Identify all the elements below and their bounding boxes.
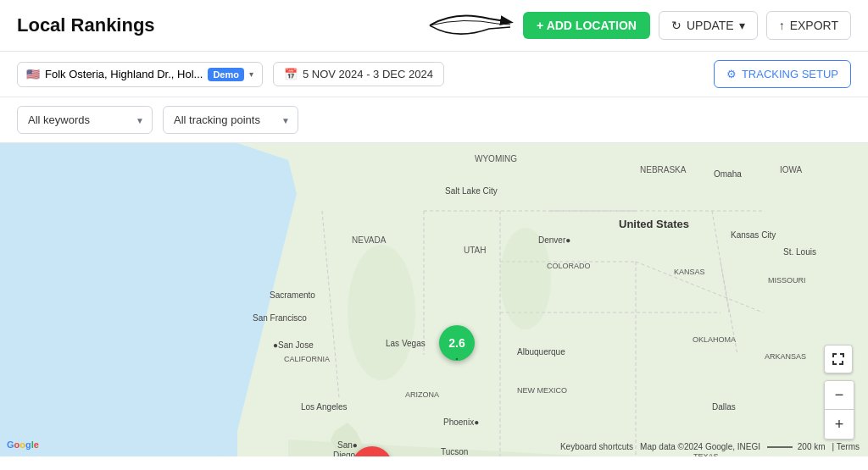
svg-text:ARIZONA: ARIZONA bbox=[405, 390, 439, 399]
svg-text:Phoenix●: Phoenix● bbox=[443, 417, 479, 427]
calendar-icon: 📅 bbox=[284, 68, 298, 80]
svg-text:Denver●: Denver● bbox=[538, 235, 570, 245]
keywords-filter[interactable]: All keywords bbox=[17, 106, 153, 134]
toolbar: 🇺🇸 Folk Osteria, Highland Dr., Hol... De… bbox=[0, 52, 868, 97]
header-actions: + ADD LOCATION ↻ UPDATE ▾ ↑ EXPORT bbox=[430, 10, 851, 41]
svg-point-14 bbox=[348, 245, 415, 380]
flag-icon: 🇺🇸 bbox=[26, 68, 40, 80]
svg-text:Sacramento: Sacramento bbox=[270, 290, 315, 300]
svg-text:NEVADA: NEVADA bbox=[352, 235, 387, 245]
map-data-attribution: Map data ©2024 Google, INEGI bbox=[640, 442, 760, 451]
zoom-controls: − + bbox=[824, 380, 854, 440]
svg-text:OKLAHOMA: OKLAHOMA bbox=[693, 335, 736, 344]
page-title: Local Rankings bbox=[17, 14, 155, 36]
svg-text:IOWA: IOWA bbox=[780, 165, 803, 174]
svg-text:Los Angeles: Los Angeles bbox=[301, 402, 348, 412]
svg-text:Kansas City: Kansas City bbox=[731, 230, 776, 240]
date-range-text: 5 NOV 2024 - 3 DEC 2024 bbox=[303, 68, 433, 80]
add-location-button[interactable]: + ADD LOCATION bbox=[523, 12, 650, 39]
export-button[interactable]: ↑ EXPORT bbox=[766, 11, 851, 40]
scale-bar: 200 km bbox=[767, 442, 826, 451]
header: Local Rankings + ADD LOCATION ↻ UPDATE ▾… bbox=[0, 0, 868, 52]
export-icon: ↑ bbox=[779, 19, 785, 32]
keywords-filter-wrapper: All keywords bbox=[17, 106, 153, 134]
location-selector[interactable]: 🇺🇸 Folk Osteria, Highland Dr., Hol... De… bbox=[17, 62, 263, 87]
map-footer: Keyboard shortcuts Map data ©2024 Google… bbox=[552, 442, 868, 451]
pin-value-utah: 2.6 bbox=[448, 336, 465, 350]
svg-text:CALIFORNIA: CALIFORNIA bbox=[284, 355, 330, 363]
filters-bar: All keywords All tracking points bbox=[0, 97, 868, 143]
refresh-icon: ↻ bbox=[671, 19, 682, 32]
fullscreen-icon bbox=[832, 352, 845, 366]
svg-text:●San Jose: ●San Jose bbox=[273, 340, 314, 350]
location-name: Folk Osteria, Highland Dr., Hol... bbox=[45, 68, 203, 80]
svg-text:ARKANSAS: ARKANSAS bbox=[765, 352, 806, 361]
map-pin-utah[interactable]: 2.6 bbox=[439, 325, 475, 361]
update-button[interactable]: ↻ UPDATE ▾ bbox=[659, 11, 758, 40]
keyboard-shortcuts-link[interactable]: Keyboard shortcuts bbox=[560, 442, 633, 451]
svg-text:Salt Lake City: Salt Lake City bbox=[445, 186, 498, 196]
svg-text:Las Vegas: Las Vegas bbox=[386, 339, 426, 348]
svg-text:NEW MEXICO: NEW MEXICO bbox=[517, 386, 567, 395]
sliders-icon: ⚙ bbox=[726, 68, 737, 80]
chevron-down-icon: ▾ bbox=[249, 69, 253, 79]
toolbar-left: 🇺🇸 Folk Osteria, Highland Dr., Hol... De… bbox=[17, 62, 444, 87]
zoom-in-button[interactable]: + bbox=[825, 410, 854, 439]
svg-text:St. Louis: St. Louis bbox=[783, 247, 816, 257]
svg-text:Diego: Diego bbox=[333, 451, 356, 456]
svg-text:WYOMING: WYOMING bbox=[475, 154, 517, 163]
svg-text:Dallas: Dallas bbox=[712, 402, 736, 412]
svg-text:United States: United States bbox=[619, 218, 689, 230]
tracking-points-filter[interactable]: All tracking points bbox=[163, 106, 298, 134]
tracking-points-filter-wrapper: All tracking points bbox=[163, 106, 298, 134]
date-range-selector[interactable]: 📅 5 NOV 2024 - 3 DEC 2024 bbox=[273, 62, 444, 86]
map-controls: − + bbox=[824, 345, 854, 440]
demo-badge: Demo bbox=[208, 68, 244, 81]
map-background: WYOMING NEBRASKA IOWA Salt Lake City NEV… bbox=[0, 143, 868, 456]
fullscreen-button[interactable] bbox=[824, 345, 853, 373]
svg-text:Omaha: Omaha bbox=[714, 169, 742, 179]
svg-text:MISSOURI: MISSOURI bbox=[768, 276, 806, 285]
svg-text:Albuquerque: Albuquerque bbox=[517, 347, 565, 357]
zoom-out-button[interactable]: − bbox=[825, 381, 854, 410]
svg-text:San Francisco: San Francisco bbox=[253, 313, 307, 323]
terms-link[interactable]: | Terms bbox=[832, 442, 860, 451]
svg-text:Tucson: Tucson bbox=[441, 447, 468, 456]
svg-text:TEXAS: TEXAS bbox=[693, 452, 719, 456]
arrow-decoration bbox=[430, 10, 515, 41]
svg-text:San●: San● bbox=[337, 440, 358, 450]
svg-text:NEBRASKA: NEBRASKA bbox=[640, 165, 687, 174]
svg-text:KANSAS: KANSAS bbox=[674, 268, 705, 276]
svg-text:COLORADO: COLORADO bbox=[547, 262, 591, 270]
svg-text:UTAH: UTAH bbox=[464, 246, 486, 255]
google-logo: Google bbox=[7, 440, 39, 450]
tracking-setup-button[interactable]: ⚙ TRACKING SETUP bbox=[714, 60, 851, 88]
map-container[interactable]: WYOMING NEBRASKA IOWA Salt Lake City NEV… bbox=[0, 143, 868, 456]
chevron-down-icon: ▾ bbox=[739, 19, 745, 32]
